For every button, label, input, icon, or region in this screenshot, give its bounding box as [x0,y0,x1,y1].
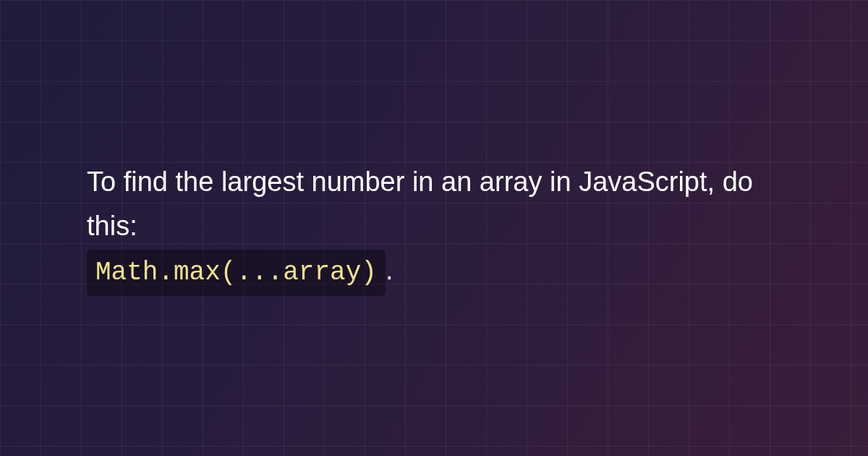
instruction-text: To find the largest number in an array i… [87,160,781,295]
code-snippet: Math.max(...array) [87,250,386,296]
intro-text: To find the largest number in an array i… [87,166,753,241]
main-content: To find the largest number in an array i… [87,160,781,295]
trailing-period: . [386,255,393,285]
